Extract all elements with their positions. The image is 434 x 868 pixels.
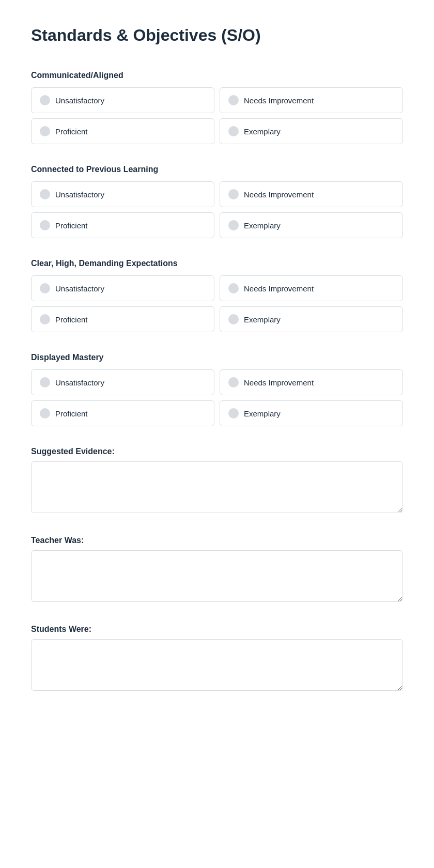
- radio-circle-displayed-mastery-proficient: [40, 408, 50, 419]
- students-were-input[interactable]: [31, 639, 403, 691]
- radio-option-connected-previous-exemplary[interactable]: Exemplary: [220, 212, 403, 238]
- radio-circle-connected-previous-unsatisfactory: [40, 189, 50, 199]
- section-displayed-mastery: Displayed MasteryUnsatisfactoryNeeds Imp…: [31, 353, 403, 426]
- suggested-evidence-section: Suggested Evidence:: [31, 447, 403, 515]
- radio-option-communicated-aligned-exemplary[interactable]: Exemplary: [220, 118, 403, 144]
- radio-circle-displayed-mastery-exemplary: [228, 408, 239, 419]
- suggested-evidence-input[interactable]: [31, 461, 403, 513]
- radio-label-clear-high-demanding-exemplary: Exemplary: [244, 315, 281, 324]
- radio-grid-connected-previous: UnsatisfactoryNeeds ImprovementProficien…: [31, 181, 403, 238]
- radio-circle-connected-previous-needs-improvement: [228, 189, 239, 199]
- radio-option-clear-high-demanding-exemplary[interactable]: Exemplary: [220, 306, 403, 332]
- section-communicated-aligned: Communicated/AlignedUnsatisfactoryNeeds …: [31, 71, 403, 144]
- radio-circle-clear-high-demanding-unsatisfactory: [40, 283, 50, 293]
- radio-label-connected-previous-exemplary: Exemplary: [244, 221, 281, 230]
- radio-option-connected-previous-proficient[interactable]: Proficient: [31, 212, 214, 238]
- radio-label-communicated-aligned-proficient: Proficient: [55, 127, 88, 136]
- radio-circle-connected-previous-proficient: [40, 220, 50, 230]
- section-clear-high-demanding: Clear, High, Demanding ExpectationsUnsat…: [31, 259, 403, 332]
- radio-circle-communicated-aligned-needs-improvement: [228, 95, 239, 105]
- radio-label-displayed-mastery-exemplary: Exemplary: [244, 409, 281, 418]
- radio-label-displayed-mastery-unsatisfactory: Unsatisfactory: [55, 378, 104, 387]
- radio-option-displayed-mastery-unsatisfactory[interactable]: Unsatisfactory: [31, 369, 214, 395]
- radio-circle-clear-high-demanding-needs-improvement: [228, 283, 239, 293]
- students-were-label: Students Were:: [31, 625, 403, 634]
- radio-label-communicated-aligned-unsatisfactory: Unsatisfactory: [55, 96, 104, 105]
- radio-circle-communicated-aligned-unsatisfactory: [40, 95, 50, 105]
- radio-circle-displayed-mastery-needs-improvement: [228, 377, 239, 388]
- radio-option-communicated-aligned-unsatisfactory[interactable]: Unsatisfactory: [31, 87, 214, 113]
- students-were-section: Students Were:: [31, 625, 403, 693]
- radio-option-clear-high-demanding-needs-improvement[interactable]: Needs Improvement: [220, 275, 403, 301]
- suggested-evidence-label: Suggested Evidence:: [31, 447, 403, 456]
- radio-label-clear-high-demanding-unsatisfactory: Unsatisfactory: [55, 284, 104, 293]
- radio-circle-communicated-aligned-exemplary: [228, 126, 239, 136]
- teacher-was-label: Teacher Was:: [31, 536, 403, 545]
- radio-option-displayed-mastery-needs-improvement[interactable]: Needs Improvement: [220, 369, 403, 395]
- radio-option-clear-high-demanding-proficient[interactable]: Proficient: [31, 306, 214, 332]
- radio-option-communicated-aligned-proficient[interactable]: Proficient: [31, 118, 214, 144]
- section-label-connected-previous: Connected to Previous Learning: [31, 165, 403, 174]
- radio-circle-clear-high-demanding-proficient: [40, 314, 50, 324]
- radio-label-connected-previous-unsatisfactory: Unsatisfactory: [55, 190, 104, 199]
- radio-grid-clear-high-demanding: UnsatisfactoryNeeds ImprovementProficien…: [31, 275, 403, 332]
- radio-option-displayed-mastery-exemplary[interactable]: Exemplary: [220, 400, 403, 426]
- page-title: Standards & Objectives (S/O): [31, 26, 403, 45]
- section-label-displayed-mastery: Displayed Mastery: [31, 353, 403, 362]
- radio-option-connected-previous-unsatisfactory[interactable]: Unsatisfactory: [31, 181, 214, 207]
- radio-label-clear-high-demanding-proficient: Proficient: [55, 315, 88, 324]
- radio-circle-displayed-mastery-unsatisfactory: [40, 377, 50, 388]
- section-label-clear-high-demanding: Clear, High, Demanding Expectations: [31, 259, 403, 268]
- radio-label-displayed-mastery-needs-improvement: Needs Improvement: [244, 378, 314, 387]
- radio-option-clear-high-demanding-unsatisfactory[interactable]: Unsatisfactory: [31, 275, 214, 301]
- radio-option-displayed-mastery-proficient[interactable]: Proficient: [31, 400, 214, 426]
- radio-label-clear-high-demanding-needs-improvement: Needs Improvement: [244, 284, 314, 293]
- radio-option-communicated-aligned-needs-improvement[interactable]: Needs Improvement: [220, 87, 403, 113]
- radio-grid-displayed-mastery: UnsatisfactoryNeeds ImprovementProficien…: [31, 369, 403, 426]
- radio-grid-communicated-aligned: UnsatisfactoryNeeds ImprovementProficien…: [31, 87, 403, 144]
- teacher-was-section: Teacher Was:: [31, 536, 403, 604]
- radio-label-connected-previous-needs-improvement: Needs Improvement: [244, 190, 314, 199]
- radio-label-communicated-aligned-needs-improvement: Needs Improvement: [244, 96, 314, 105]
- section-connected-previous: Connected to Previous LearningUnsatisfac…: [31, 165, 403, 238]
- teacher-was-input[interactable]: [31, 550, 403, 602]
- radio-circle-communicated-aligned-proficient: [40, 126, 50, 136]
- radio-circle-clear-high-demanding-exemplary: [228, 314, 239, 324]
- radio-circle-connected-previous-exemplary: [228, 220, 239, 230]
- radio-label-connected-previous-proficient: Proficient: [55, 221, 88, 230]
- radio-label-displayed-mastery-proficient: Proficient: [55, 409, 88, 418]
- section-label-communicated-aligned: Communicated/Aligned: [31, 71, 403, 80]
- radio-label-communicated-aligned-exemplary: Exemplary: [244, 127, 281, 136]
- radio-option-connected-previous-needs-improvement[interactable]: Needs Improvement: [220, 181, 403, 207]
